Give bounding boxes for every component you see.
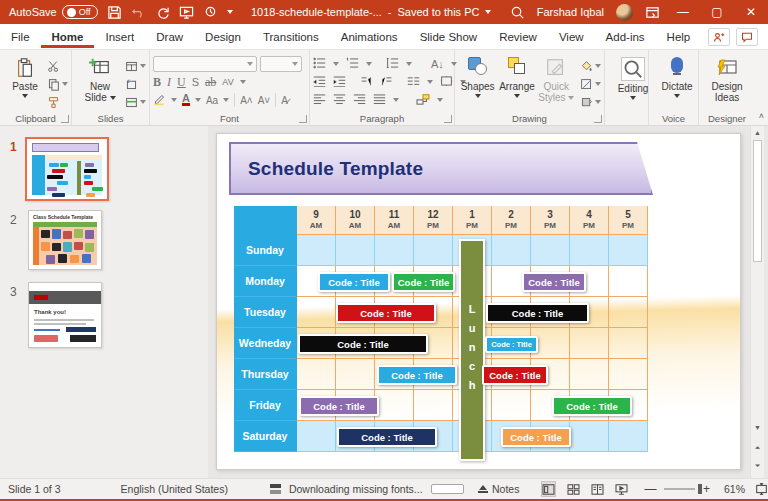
saved-status-chevron-icon[interactable] bbox=[485, 10, 491, 14]
normal-view-icon[interactable] bbox=[541, 481, 556, 497]
tab-review[interactable]: Review bbox=[488, 26, 548, 48]
schedule-slot-cell[interactable] bbox=[492, 390, 531, 421]
lunch-bar[interactable]: Lunch bbox=[459, 239, 485, 461]
schedule-slot-cell[interactable] bbox=[570, 421, 609, 452]
tab-file[interactable]: File bbox=[0, 26, 41, 48]
schedule-slot-cell[interactable] bbox=[609, 266, 648, 297]
character-spacing-button[interactable]: AV bbox=[222, 77, 233, 87]
zoom-slider[interactable] bbox=[664, 488, 695, 490]
saved-status[interactable]: Saved to this PC bbox=[398, 6, 480, 18]
schedule-slot-cell[interactable] bbox=[492, 235, 531, 266]
zoom-level[interactable]: 61% bbox=[724, 483, 745, 495]
vertical-scrollbar[interactable]: ▲ ▼ ⏶ ⏷ bbox=[750, 126, 764, 478]
font-name-select[interactable] bbox=[153, 56, 257, 72]
tab-add-ins[interactable]: Add-ins bbox=[595, 26, 656, 48]
scrollbar-thumb[interactable] bbox=[753, 140, 762, 262]
grow-font-button[interactable]: A˄ bbox=[240, 95, 253, 106]
event-chip[interactable]: Code : Title bbox=[318, 272, 390, 292]
align-text-icon[interactable] bbox=[440, 75, 453, 89]
event-chip[interactable]: Code : Title bbox=[298, 334, 428, 354]
redo-icon[interactable] bbox=[155, 5, 170, 20]
schedule-slot-cell[interactable] bbox=[570, 359, 609, 390]
rtl-icon[interactable] bbox=[380, 76, 393, 89]
strikethrough-button[interactable]: ab bbox=[205, 75, 216, 90]
event-chip[interactable]: Code : Title bbox=[392, 272, 455, 292]
tab-slide-show[interactable]: Slide Show bbox=[409, 26, 489, 48]
drawing-dialog-launcher-icon[interactable] bbox=[594, 115, 602, 123]
scroll-up-icon[interactable]: ▲ bbox=[751, 126, 764, 139]
start-slideshow-icon[interactable] bbox=[179, 5, 194, 20]
time-header-cell[interactable]: 2PM bbox=[492, 206, 531, 235]
event-chip[interactable]: Code : Title bbox=[485, 336, 538, 353]
share-icon[interactable] bbox=[708, 28, 730, 46]
tab-animations[interactable]: Animations bbox=[330, 26, 409, 48]
event-chip[interactable]: Code : Title bbox=[337, 427, 437, 447]
day-label-cell[interactable]: Saturday bbox=[234, 421, 297, 452]
justify-icon[interactable] bbox=[373, 94, 386, 106]
slide-title-banner[interactable]: Schedule Template bbox=[229, 142, 653, 195]
user-name[interactable]: Farshad Iqbal bbox=[537, 6, 604, 18]
numbering-icon[interactable] bbox=[346, 57, 359, 71]
schedule-slot-cell[interactable] bbox=[375, 235, 414, 266]
shapes-button[interactable]: Shapes bbox=[458, 53, 497, 109]
close-button[interactable]: ✕ bbox=[740, 5, 762, 19]
font-size-select[interactable] bbox=[260, 56, 302, 72]
smartart-convert-icon[interactable] bbox=[416, 93, 430, 107]
language-status[interactable]: English (United States) bbox=[121, 483, 228, 495]
schedule-slot-cell[interactable] bbox=[336, 359, 375, 390]
save-icon[interactable] bbox=[107, 5, 122, 20]
bold-button[interactable]: B bbox=[153, 75, 161, 90]
schedule-slot-cell[interactable] bbox=[609, 421, 648, 452]
design-ideas-button[interactable]: DesignIdeas bbox=[702, 53, 752, 103]
notes-button[interactable]: Notes bbox=[492, 483, 519, 495]
event-chip[interactable]: Code : Title bbox=[299, 396, 379, 416]
collapse-ribbon-icon[interactable]: ˄ bbox=[759, 111, 764, 121]
thumbnail-slide-2[interactable]: Class Schedule Template bbox=[28, 210, 102, 270]
schedule-slot-cell[interactable] bbox=[297, 297, 336, 328]
schedule-slot-cell[interactable] bbox=[570, 328, 609, 359]
time-header-cell[interactable]: 5PM bbox=[609, 206, 648, 235]
tab-home[interactable]: Home bbox=[41, 26, 95, 48]
text-direction-icon[interactable]: A↓ bbox=[431, 58, 444, 70]
font-color-button[interactable]: A bbox=[182, 94, 190, 107]
next-slide-icon[interactable]: ⏷ bbox=[751, 459, 764, 472]
slide-canvas[interactable]: Schedule Template 9AM10AM11AM12PM1PM2PM3… bbox=[216, 133, 741, 470]
time-header-cell[interactable]: 3PM bbox=[531, 206, 570, 235]
previous-slide-icon[interactable]: ⏶ bbox=[751, 441, 764, 454]
schedule-slot-cell[interactable] bbox=[414, 235, 453, 266]
time-header-cell[interactable]: 4PM bbox=[570, 206, 609, 235]
schedule-slot-cell[interactable] bbox=[336, 235, 375, 266]
zoom-slider-thumb[interactable] bbox=[698, 484, 702, 494]
day-label-cell[interactable]: Wedneday bbox=[234, 328, 297, 359]
day-label-cell[interactable]: Monday bbox=[234, 266, 297, 297]
reset-slide-icon[interactable] bbox=[125, 77, 146, 91]
italic-button[interactable]: I bbox=[167, 75, 171, 90]
schedule-slot-cell[interactable] bbox=[570, 235, 609, 266]
schedule-table[interactable]: 9AM10AM11AM12PM1PM2PM3PM4PM5PMSundayMond… bbox=[234, 206, 648, 452]
shape-outline-icon[interactable] bbox=[580, 77, 601, 91]
time-header-cell[interactable]: 9AM bbox=[297, 206, 336, 235]
tab-view[interactable]: View bbox=[548, 26, 595, 48]
change-case-button[interactable]: Aa bbox=[206, 95, 218, 106]
new-slide-button[interactable]: NewSlide bbox=[75, 53, 125, 109]
line-spacing-icon[interactable] bbox=[386, 57, 399, 71]
schedule-slot-cell[interactable] bbox=[297, 421, 336, 452]
day-label-cell[interactable]: Sunday bbox=[234, 235, 297, 266]
shrink-font-button[interactable]: A˅ bbox=[258, 95, 271, 106]
increase-indent-icon[interactable] bbox=[333, 76, 346, 89]
clipboard-dialog-launcher-icon[interactable] bbox=[61, 115, 69, 123]
slide-sorter-icon[interactable] bbox=[567, 481, 580, 497]
touch-mode-icon[interactable] bbox=[203, 5, 218, 20]
scroll-down-icon[interactable]: ▼ bbox=[751, 421, 764, 434]
schedule-slot-cell[interactable] bbox=[297, 359, 336, 390]
shape-fill-icon[interactable] bbox=[580, 59, 601, 73]
reading-view-icon[interactable] bbox=[591, 481, 604, 497]
day-label-cell[interactable]: Tuesday bbox=[234, 297, 297, 328]
thumbnail-slide-3[interactable]: Thank you! bbox=[28, 282, 102, 348]
tab-design[interactable]: Design bbox=[194, 26, 252, 48]
slide-layout-icon[interactable] bbox=[125, 59, 146, 73]
event-chip[interactable]: Code : Title bbox=[552, 396, 632, 416]
fit-to-window-icon[interactable] bbox=[755, 481, 768, 497]
zoom-out-button[interactable]: — bbox=[644, 482, 656, 496]
slide-counter[interactable]: Slide 1 of 3 bbox=[8, 483, 61, 495]
